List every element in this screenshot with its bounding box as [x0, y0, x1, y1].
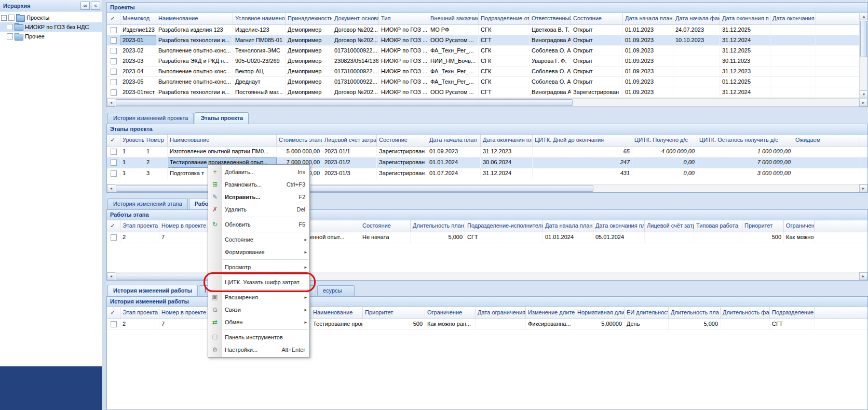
menu-item[interactable]: ☐Панель инструментов [208, 331, 309, 343]
column-header[interactable]: Условное наименова [233, 13, 286, 24]
column-header[interactable]: Дата окончания план [481, 135, 533, 146]
column-header[interactable]: Номер [144, 135, 168, 146]
row-checkbox[interactable] [111, 89, 117, 96]
column-header[interactable]: Подразделение-исполнитель. [465, 220, 543, 232]
column-header[interactable]: Дата начала план. [543, 220, 593, 232]
tab[interactable]: История изменений проекта [107, 113, 194, 124]
horizontal-scroll-thumb[interactable] [116, 99, 573, 106]
column-header[interactable]: ЕИ длительности [625, 307, 669, 319]
projects-vertical-scrollbar[interactable]: ▴ ▾ [859, 12, 867, 98]
column-header[interactable]: Ответственный [530, 13, 571, 24]
column-header[interactable]: Лицевой счёт затр [645, 220, 694, 232]
tree-item[interactable]: НИОКР по ГОЗ без НДС [0, 22, 102, 32]
column-header[interactable]: Этап проекта [120, 220, 159, 232]
menu-item[interactable]: Состояние▸ [208, 233, 309, 246]
binoculars-icon[interactable]: ∞ [80, 2, 90, 10]
column-header[interactable]: Состояние [360, 220, 411, 232]
column-header[interactable]: Ограничение [425, 307, 476, 319]
row-checkbox[interactable] [111, 48, 117, 54]
column-header[interactable]: Документ-основан [332, 13, 379, 24]
column-header[interactable]: Ограничение [784, 220, 815, 232]
column-header[interactable]: ЦИТК. Дней до окончания [533, 135, 632, 146]
table-row[interactable]: 2023-04Выполнение опытно-конс...Вектор-А… [107, 67, 859, 77]
column-header[interactable]: Принадлежность [286, 13, 332, 24]
sidebar-splitter[interactable] [102, 0, 106, 410]
column-header[interactable]: Состояние [571, 13, 623, 24]
column-header[interactable]: Тип [379, 13, 428, 24]
row-checkbox[interactable] [111, 58, 117, 64]
tree-item[interactable]: −Проекты [0, 13, 102, 22]
scroll-left-icon[interactable]: ◂ [107, 184, 115, 192]
tab[interactable]: есурсы [317, 285, 355, 296]
check-column-header[interactable]: ✓ [107, 13, 120, 24]
scroll-right-icon[interactable]: ▸ [859, 184, 867, 192]
menu-item[interactable]: ⇄Обмен▸ [208, 316, 309, 328]
table-row[interactable]: Изделие123Разработка изделия 123Изделие-… [107, 25, 859, 35]
column-header[interactable]: Длительность план▾ [411, 220, 465, 232]
column-header[interactable]: Этап проекта [120, 307, 159, 319]
column-header[interactable]: Приоритет [363, 307, 425, 319]
column-header[interactable]: Типовая работа [694, 220, 742, 232]
row-checkbox[interactable] [111, 321, 117, 327]
column-header[interactable]: Ожидаем [793, 135, 860, 146]
column-header[interactable]: Состояние [377, 135, 427, 146]
row-checkbox[interactable] [111, 160, 117, 166]
menu-item[interactable]: +Добавить...Ins [208, 166, 309, 178]
menu-item[interactable]: Просмотр▸ [208, 261, 309, 273]
column-header[interactable]: Подразделение-и [770, 307, 815, 319]
check-column-header[interactable]: ✓ [107, 220, 120, 232]
menu-item[interactable]: ⧉Связи▸ [208, 303, 309, 316]
table-row[interactable]: 2023-03Разработка ЭКД и РКД н...905-U020… [107, 56, 859, 67]
table-row[interactable]: 2023-01Разработка технологии и...Магнит … [107, 35, 859, 46]
column-header[interactable]: Номер в проекте [159, 307, 210, 319]
menu-item[interactable]: ▣Расширения▸ [208, 291, 309, 303]
table-row[interactable]: 2023-02Выполнение опытно-конс...Технолог… [107, 46, 859, 56]
projects-horizontal-scrollbar[interactable]: ◂ ▸ [107, 98, 867, 107]
row-checkbox[interactable] [111, 69, 117, 75]
menu-item[interactable]: ⊞Размножить...Ctrl+F3 [208, 178, 309, 191]
column-header[interactable]: Наименование [156, 13, 233, 24]
scroll-left-icon[interactable]: ◂ [107, 99, 115, 107]
column-header[interactable]: Стоимость этапа [277, 135, 322, 146]
check-column-header[interactable]: ✓ [107, 307, 120, 319]
column-header[interactable]: Подразделение-от [479, 13, 530, 24]
column-header[interactable]: Уровень [120, 135, 144, 146]
row-checkbox[interactable] [111, 170, 117, 177]
column-header[interactable]: Внешний заказчик [428, 13, 479, 24]
tab[interactable]: История изменений работы [107, 285, 198, 296]
table-row[interactable]: 11Изготовление опытной партии ПМ0...5 00… [107, 147, 867, 157]
column-header[interactable]: Дата начала план. [623, 13, 673, 24]
column-header[interactable]: Наименование [168, 135, 277, 146]
menu-item[interactable]: ЦИТК. Указать шифр затрат... [208, 276, 309, 288]
column-header[interactable]: Нормативная длит [575, 307, 625, 319]
column-header[interactable]: Дата окончания план [593, 220, 645, 232]
row-checkbox[interactable] [111, 234, 117, 241]
column-header[interactable]: ЦИТК. Осталось получить д/с [697, 135, 793, 146]
row-checkbox[interactable] [111, 79, 117, 85]
row-checkbox[interactable] [111, 149, 117, 155]
column-header[interactable]: Дата ограничения [476, 307, 526, 319]
column-header[interactable]: Приоритет [742, 220, 784, 232]
column-header[interactable]: Длительность фак [721, 307, 770, 319]
scroll-left-icon[interactable]: ◂ [107, 272, 115, 280]
column-header[interactable]: ЦИТК. Получено д/с [632, 135, 697, 146]
tree-checkbox[interactable] [7, 33, 13, 39]
table-row[interactable]: 2023-05Выполнение опытно-конс...Дреднаут… [107, 77, 859, 87]
table-row[interactable]: 2023-01тестРазработка технологии и...Пос… [107, 87, 859, 98]
row-checkbox[interactable] [111, 27, 117, 33]
column-header[interactable]: Мнемокод [120, 13, 156, 24]
column-header[interactable]: Лицевой счёт затрат. [322, 135, 377, 146]
collapse-node-icon[interactable]: − [1, 15, 7, 21]
scroll-right-icon[interactable]: ▸ [859, 99, 867, 107]
tree-item[interactable]: Прочее [0, 32, 102, 41]
column-header[interactable]: Дата начала факт [673, 13, 720, 24]
menu-item[interactable]: ✎Исправить...F2 [208, 191, 309, 203]
column-header[interactable]: Дата окончания [770, 13, 816, 24]
menu-item[interactable]: Формирование▸ [208, 246, 309, 258]
collapse-sidebar-button[interactable]: « [91, 2, 100, 10]
column-header[interactable]: Длительность пла [669, 307, 721, 319]
menu-item[interactable]: ✗УдалитьDel [208, 203, 309, 216]
scroll-down-icon[interactable]: ▾ [860, 90, 868, 98]
column-header[interactable]: Дата окончания п [720, 13, 770, 24]
menu-item[interactable]: ↻ОбновитьF5 [208, 218, 309, 231]
